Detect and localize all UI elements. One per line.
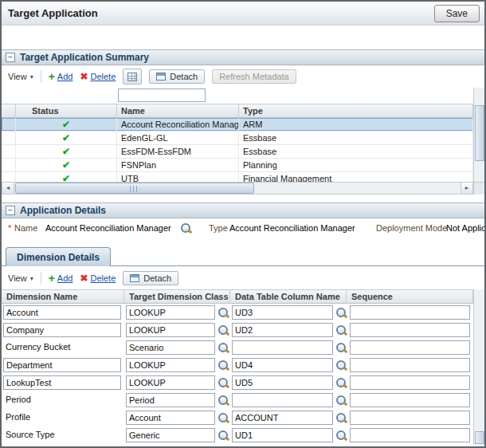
- summary-section-header[interactable]: − Target Application Summary: [2, 49, 484, 65]
- sequence-input[interactable]: [350, 428, 470, 442]
- dimension-name-input[interactable]: [3, 375, 121, 390]
- data-table-column-input[interactable]: [232, 305, 333, 320]
- table-row[interactable]: [2, 374, 473, 391]
- table-row[interactable]: ✔EssFDM-EssFDMEssbase: [2, 145, 473, 159]
- column-header-sequence[interactable]: Sequence: [347, 290, 473, 304]
- search-icon[interactable]: [218, 307, 229, 318]
- status-cell: ✔: [16, 172, 117, 182]
- search-icon[interactable]: [218, 324, 229, 336]
- search-icon[interactable]: [335, 430, 347, 441]
- table-row[interactable]: ✔Account Reconciliation ManagerARM: [2, 118, 473, 132]
- column-header-type[interactable]: Type: [239, 104, 473, 118]
- column-header-dimension-name[interactable]: Dimension Name: [2, 290, 124, 304]
- table-row[interactable]: Currency Bucket: [2, 339, 473, 356]
- search-icon[interactable]: [335, 324, 347, 336]
- table-row[interactable]: Profile: [2, 409, 473, 426]
- target-dimension-class-input[interactable]: [126, 323, 215, 337]
- refresh-metadata-button: Refresh Metadata: [212, 69, 296, 84]
- scrollbar-thumb[interactable]: [15, 183, 254, 194]
- search-icon[interactable]: [218, 395, 229, 406]
- search-icon[interactable]: [335, 377, 347, 388]
- table-row[interactable]: Period: [2, 391, 473, 409]
- search-icon[interactable]: [335, 342, 347, 353]
- column-header-status[interactable]: Status: [16, 104, 117, 118]
- type-value: Account Reconciliation Manager: [229, 223, 355, 233]
- scroll-left-icon[interactable]: ◄: [2, 183, 14, 194]
- search-icon[interactable]: [335, 395, 347, 406]
- horizontal-scrollbar[interactable]: ◄ ►: [2, 182, 473, 195]
- summary-vertical-scrollbar[interactable]: [473, 88, 484, 182]
- table-row[interactable]: ✔FSNPlanPlanning: [2, 159, 473, 172]
- dimension-vertical-scrollbar[interactable]: [473, 289, 484, 445]
- table-row[interactable]: [2, 304, 473, 321]
- detach-label: Detach: [143, 273, 171, 283]
- search-icon[interactable]: [180, 222, 191, 234]
- search-icon[interactable]: [335, 307, 347, 318]
- add-button[interactable]: + Add: [49, 71, 73, 82]
- data-table-column-input[interactable]: [232, 393, 333, 407]
- data-table-column-input[interactable]: [232, 340, 333, 355]
- sequence-input[interactable]: [350, 340, 470, 355]
- column-header-data-table-column-name[interactable]: Data Table Column Name: [230, 290, 347, 304]
- search-icon[interactable]: [218, 412, 229, 423]
- delete-button[interactable]: ✖ Delete: [80, 273, 116, 283]
- dimension-name-input[interactable]: [3, 305, 121, 320]
- target-dimension-class-input[interactable]: [126, 358, 215, 372]
- tab-dimension-details[interactable]: Dimension Details: [6, 247, 111, 266]
- table-row[interactable]: Source Type: [2, 426, 473, 444]
- summary-table-body: ✔Account Reconciliation ManagerARM✔EdenG…: [2, 118, 473, 182]
- view-menu[interactable]: View ▾: [8, 72, 33, 81]
- scrollbar-thumb[interactable]: [475, 431, 484, 444]
- search-icon[interactable]: [335, 412, 347, 423]
- scroll-right-icon[interactable]: ►: [461, 183, 472, 194]
- search-icon[interactable]: [218, 342, 229, 353]
- status-ok-icon: ✔: [62, 173, 70, 182]
- target-dimension-class-input[interactable]: [126, 375, 215, 390]
- detach-button[interactable]: Detach: [149, 69, 205, 84]
- view-menu[interactable]: View ▾: [8, 273, 33, 283]
- target-dimension-class-input[interactable]: [126, 305, 215, 320]
- sequence-input[interactable]: [350, 358, 470, 372]
- data-table-column-input[interactable]: [232, 358, 333, 372]
- search-icon[interactable]: [218, 360, 229, 371]
- sequence-input[interactable]: [350, 305, 470, 320]
- target-dimension-class-input[interactable]: [126, 340, 215, 355]
- name-filter-input[interactable]: [118, 88, 206, 102]
- query-by-example-icon: [127, 73, 137, 81]
- search-icon[interactable]: [218, 430, 229, 441]
- column-header-name[interactable]: Name: [117, 104, 239, 118]
- table-row[interactable]: [2, 321, 473, 339]
- delete-button[interactable]: ✖ Delete: [80, 72, 116, 81]
- query-by-example-button[interactable]: [123, 69, 142, 84]
- collapse-icon[interactable]: −: [6, 206, 15, 215]
- scrollbar-thumb[interactable]: [475, 105, 484, 161]
- table-row[interactable]: [2, 356, 473, 374]
- sequence-input[interactable]: [350, 411, 470, 425]
- data-table-column-input[interactable]: [232, 411, 333, 425]
- data-table-column-input[interactable]: [232, 323, 333, 337]
- name-label: Name: [14, 223, 37, 233]
- row-select-cell: [2, 145, 16, 158]
- details-section-header[interactable]: − Application Details: [2, 202, 484, 218]
- table-row[interactable]: ✔UTBFinancial Management: [2, 172, 473, 182]
- add-button[interactable]: + Add: [49, 273, 73, 284]
- dimension-name-input[interactable]: [3, 323, 121, 337]
- target-dimension-class-input[interactable]: [126, 393, 215, 407]
- sequence-input[interactable]: [350, 393, 470, 407]
- column-header-target-dimension-class[interactable]: Target Dimension Class: [124, 290, 230, 304]
- delete-icon: ✖: [80, 273, 88, 283]
- detach-button[interactable]: Detach: [123, 271, 178, 285]
- deployment-mode-label: Deployment Mode: [376, 223, 447, 233]
- dimension-name-input[interactable]: [3, 358, 121, 372]
- search-icon[interactable]: [335, 360, 347, 371]
- collapse-icon[interactable]: −: [6, 53, 15, 62]
- sequence-input[interactable]: [350, 375, 470, 390]
- target-dimension-class-input[interactable]: [126, 411, 215, 425]
- sequence-input[interactable]: [350, 323, 470, 337]
- search-icon[interactable]: [218, 377, 229, 388]
- data-table-column-input[interactable]: [232, 428, 333, 442]
- save-button[interactable]: Save: [434, 5, 480, 22]
- target-dimension-class-input[interactable]: [126, 428, 215, 442]
- data-table-column-input[interactable]: [232, 375, 333, 390]
- table-row[interactable]: ✔EdenGL-GLEssbase: [2, 132, 473, 145]
